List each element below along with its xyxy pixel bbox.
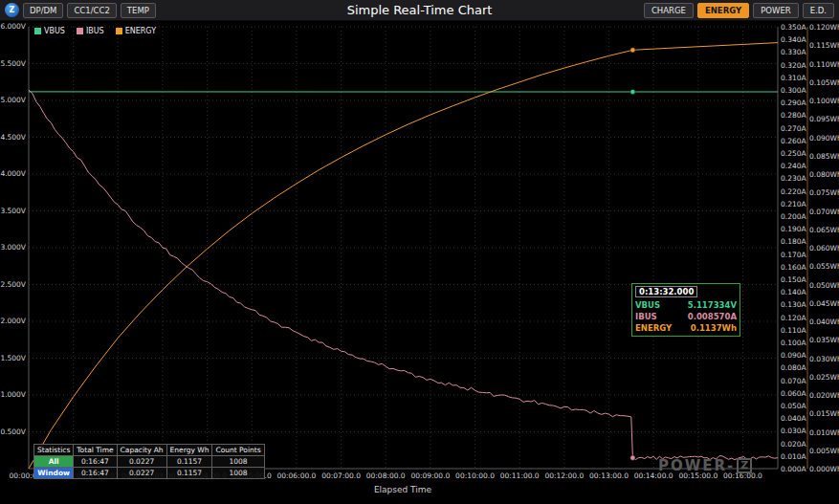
app-logo-glyph: Z xyxy=(10,6,15,14)
legend-item-ibus[interactable]: IBUS xyxy=(77,27,104,35)
watermark-z: Z xyxy=(737,458,752,473)
stats-header-energy: Energy Wh xyxy=(166,445,212,456)
stats-window-energy: 0.1157 xyxy=(166,468,212,479)
x-axis-title: Elapsed Time xyxy=(317,485,489,494)
tooltip-row-energy: ENERGY 0.1137Wh xyxy=(635,322,737,334)
watermark-prefix: POWER- xyxy=(658,457,735,474)
stats-row-all-label[interactable]: All xyxy=(34,456,74,468)
tab-temp[interactable]: TEMP xyxy=(121,3,156,18)
stats-row-window: Window 0:16:47 0.0227 0.1157 1008 xyxy=(34,468,265,479)
legend-item-vbus[interactable]: VBUS xyxy=(34,27,65,35)
app-logo-icon[interactable]: Z xyxy=(5,3,19,17)
chart-canvas[interactable] xyxy=(0,0,839,504)
stats-header-statistics: Statistics xyxy=(34,445,74,456)
tooltip-row-vbus: VBUS 5.117334V xyxy=(635,299,737,311)
stats-window-count: 1008 xyxy=(212,468,264,479)
legend-swatch-vbus xyxy=(34,28,41,34)
legend-label-energy: ENERGY xyxy=(125,27,156,35)
tooltip-vbus-value: 5.117334V xyxy=(688,299,737,311)
tooltip-energy-value: 0.1137Wh xyxy=(691,322,737,334)
stats-window-capacity: 0.0227 xyxy=(117,468,166,479)
legend-swatch-ibus xyxy=(77,28,83,34)
legend-swatch-energy xyxy=(116,28,122,34)
tooltip-row-ibus: IBUS 0.008570A xyxy=(635,311,737,322)
title-bar: Z DP/DM CC1/CC2 TEMP Simple Real-Time Ch… xyxy=(0,0,839,21)
header-buttons: CHARGE ENERGY POWER E.D. xyxy=(644,3,834,18)
stats-row-window-label[interactable]: Window xyxy=(34,468,74,479)
chart-area: 6.000V5.500V5.000V4.500V4.000V3.500V3.00… xyxy=(0,0,839,504)
tooltip-ibus-value: 0.008570A xyxy=(688,311,737,322)
stats-header-capacity: Capacity Ah xyxy=(117,445,166,456)
stats-all-count: 1008 xyxy=(212,456,264,468)
energy-button[interactable]: ENERGY xyxy=(697,3,749,18)
tooltip-ibus-label: IBUS xyxy=(635,311,657,322)
tab-cc1cc2[interactable]: CC1/CC2 xyxy=(67,3,116,18)
ed-button[interactable]: E.D. xyxy=(803,3,834,18)
tooltip-energy-label: ENERGY xyxy=(635,322,672,334)
charge-button[interactable]: CHARGE xyxy=(644,3,694,18)
cursor-tooltip: 0:13:32.000 VBUS 5.117334V IBUS 0.008570… xyxy=(631,283,740,337)
stats-window-total-time: 0:16:47 xyxy=(74,468,117,479)
tooltip-time: 0:13:32.000 xyxy=(635,286,697,297)
powerz-watermark: POWER- Z xyxy=(658,457,752,474)
power-button[interactable]: POWER xyxy=(753,3,799,18)
stats-header-total-time: Total Time xyxy=(74,445,117,456)
tooltip-vbus-label: VBUS xyxy=(635,299,660,311)
legend-item-energy[interactable]: ENERGY xyxy=(116,27,156,35)
tab-dpdm[interactable]: DP/DM xyxy=(23,3,63,18)
stats-all-total-time: 0:16:47 xyxy=(74,456,117,468)
stats-all-capacity: 0.0227 xyxy=(117,456,166,468)
stats-row-all: All 0:16:47 0.0227 0.1157 1008 xyxy=(34,456,265,468)
stats-header-row: Statistics Total Time Capacity Ah Energy… xyxy=(34,445,265,456)
legend-label-ibus: IBUS xyxy=(86,27,104,35)
stats-header-count: Count Points xyxy=(212,445,264,456)
stats-all-energy: 0.1157 xyxy=(166,456,212,468)
app-window: Z DP/DM CC1/CC2 TEMP Simple Real-Time Ch… xyxy=(0,0,839,504)
chart-legend: VBUSIBUSENERGY xyxy=(34,27,156,35)
statistics-table: Statistics Total Time Capacity Ah Energy… xyxy=(33,444,265,479)
legend-label-vbus: VBUS xyxy=(44,27,65,35)
